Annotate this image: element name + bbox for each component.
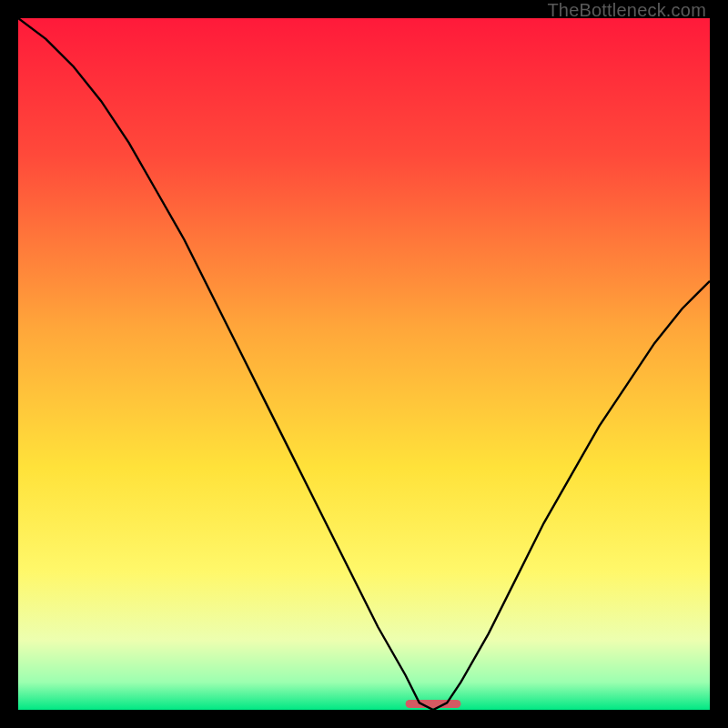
- bottleneck-chart: [18, 18, 710, 710]
- gradient-background: [18, 18, 710, 710]
- watermark-text: TheBottleneck.com: [547, 0, 706, 21]
- sweet-spot-marker: [406, 700, 461, 708]
- chart-frame: [0, 0, 728, 728]
